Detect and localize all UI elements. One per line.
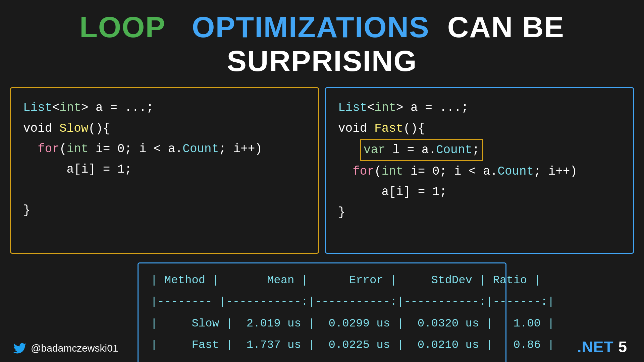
slide-title: LOOP OPTIMIZATIONS CAN BE SURPRISING	[79, 10, 565, 78]
dotnet-badge: .NET 5	[577, 338, 627, 356]
code-line: for(int i= 0; i < a.Count; i++)	[338, 161, 621, 182]
table-row-fast: | Fast | 1.737 us | 0.0225 us | 0.0210 u…	[151, 334, 554, 356]
title-word-optimizations: OPTIMIZATIONS	[192, 10, 430, 44]
fast-code-panel: List<int> a = ...; void Fast(){ var l = …	[325, 87, 634, 253]
code-line: for(int i= 0; i < a.Count; i++)	[23, 139, 306, 159]
title-line2: SURPRISING	[79, 44, 565, 78]
code-line: a[i] = 1;	[338, 182, 621, 202]
code-line: var l = a.Count;	[338, 139, 621, 161]
highlighted-code-line: var l = a.Count;	[360, 139, 483, 161]
twitter-handle: @badamczewski01	[31, 343, 118, 354]
benchmark-table: | Method | Mean | Error | StdDev | Ratio…	[138, 262, 506, 362]
slow-code-panel: List<int> a = ...; void Slow(){ for(int …	[10, 87, 319, 253]
code-line: a[i] = 1;	[23, 159, 306, 180]
code-panels: List<int> a = ...; void Slow(){ for(int …	[10, 87, 634, 253]
table-row-slow: | Slow | 2.019 us | 0.0299 us | 0.0320 u…	[151, 313, 554, 335]
title-word-canbe: CAN BE	[438, 10, 565, 44]
code-line: void Slow(){	[23, 118, 306, 139]
code-line	[23, 221, 306, 241]
twitter-icon	[13, 342, 26, 355]
code-line: void Fast(){	[338, 118, 621, 139]
table-data-row-slow: | Slow | 2.019 us | 0.0299 us | 0.0320 u…	[151, 313, 493, 335]
code-line: }	[338, 202, 621, 223]
table-data-row-fast: | Fast | 1.737 us | 0.0225 us | 0.0210 u…	[151, 334, 493, 356]
code-line	[23, 180, 306, 200]
footer: @badamczewski01	[13, 342, 118, 355]
code-line: }	[23, 200, 306, 221]
title-word-loop: LOOP	[79, 10, 165, 44]
table-header: | Method | Mean | Error | StdDev | Ratio…	[151, 269, 541, 291]
table-separator-row: |-------- |-----------:|-----------:|---…	[151, 291, 493, 313]
table-separator: |-------- |-----------:|-----------:|---…	[151, 291, 554, 313]
code-line: List<int> a = ...;	[23, 98, 306, 118]
table-header-row: | Method | Mean | Error | StdDev | Ratio…	[151, 269, 493, 291]
code-line: List<int> a = ...;	[338, 98, 621, 118]
code-line	[338, 223, 621, 243]
